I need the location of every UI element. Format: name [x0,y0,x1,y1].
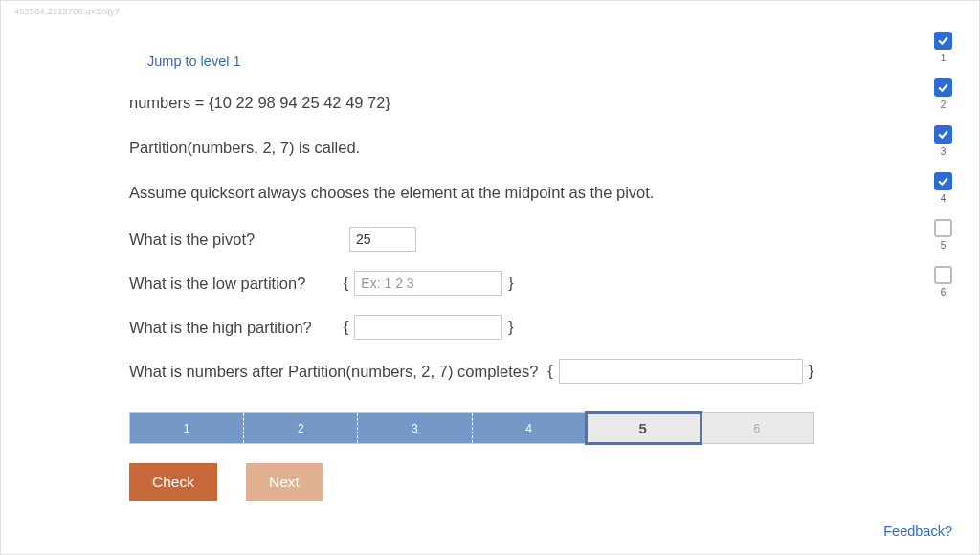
close-brace: } [508,275,513,292]
progress-segment-4[interactable]: 4 [473,413,587,443]
step-number: 5 [941,240,947,251]
pivot-input[interactable] [349,227,416,252]
empty-step-icon[interactable] [934,266,952,284]
step-indicator-1[interactable]: 1 [934,32,952,73]
action-buttons: Check Next [129,463,857,501]
check-icon[interactable] [934,172,952,190]
step-number: 6 [941,287,947,298]
open-brace: { [547,363,552,380]
check-icon[interactable] [934,32,952,50]
jump-to-level-link[interactable]: Jump to level 1 [147,54,241,69]
low-label: What is the low partition? [129,275,321,293]
question-pivot-row: What is the pivot? [129,227,857,252]
after-partition-input[interactable] [559,359,803,384]
progress-segment-5[interactable]: 5 [587,413,701,443]
close-brace: } [508,319,513,336]
question-high-row: What is the high partition? { } [129,315,857,340]
step-indicator-2[interactable]: 2 [934,78,952,120]
step-number: 3 [941,146,947,157]
question-after-row: What is numbers after Partition(numbers,… [129,359,857,384]
step-number: 1 [941,53,947,63]
next-button[interactable]: Next [246,463,323,501]
high-partition-input[interactable] [354,315,502,340]
low-partition-input[interactable] [354,271,502,296]
statement-partition-call: Partition(numbers, 2, 7) is called. [129,137,857,159]
step-indicator-5[interactable]: 5 [934,219,952,260]
high-label: What is the high partition? [129,319,321,337]
check-icon[interactable] [934,125,952,144]
close-brace: } [809,363,813,380]
pivot-label: What is the pivot? [129,231,332,249]
progress-segment-1[interactable]: 1 [130,413,244,443]
feedback-link[interactable]: Feedback? [883,523,952,539]
progress-segment-2[interactable]: 2 [244,413,358,443]
progress-segment-3[interactable]: 3 [358,413,472,443]
side-step-indicators: 123456 [934,32,952,307]
question-low-row: What is the low partition? { } [129,271,857,296]
check-button[interactable]: Check [129,463,217,501]
step-number: 2 [941,100,947,110]
progress-segment-6[interactable]: 6 [701,413,813,443]
statement-numbers: numbers = {10 22 98 94 25 42 49 72} [129,92,857,114]
watermark-text: 463564.2913706.qx3zqy7 [14,7,120,16]
check-icon[interactable] [934,78,952,97]
open-brace: { [344,275,348,292]
open-brace: { [344,319,348,336]
step-number: 4 [941,193,947,204]
question-content: numbers = {10 22 98 94 25 42 49 72} Part… [129,92,857,501]
empty-step-icon[interactable] [934,219,952,237]
progress-bar: 123456 [129,412,814,444]
step-indicator-4[interactable]: 4 [934,172,952,213]
step-indicator-6[interactable]: 6 [934,266,952,307]
statement-assumption: Assume quicksort always chooses the elem… [129,182,857,204]
step-indicator-3[interactable]: 3 [934,125,952,166]
after-label: What is numbers after Partition(numbers,… [129,363,538,381]
